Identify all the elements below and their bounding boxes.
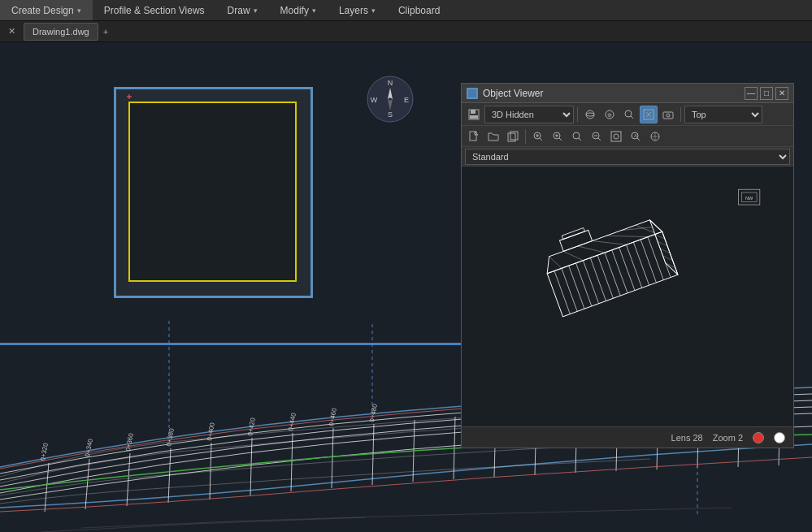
menu-bar: Create Design ▾ Profile & Section Views … bbox=[0, 0, 812, 21]
svg-rect-78 bbox=[471, 167, 784, 426]
tab-add-btn[interactable]: + bbox=[98, 25, 113, 38]
file-new-icon[interactable] bbox=[465, 128, 483, 145]
svg-point-46 bbox=[586, 113, 594, 116]
svg-point-45 bbox=[586, 110, 594, 119]
view-active-icon[interactable] bbox=[640, 106, 658, 123]
svg-rect-70 bbox=[611, 132, 621, 141]
svg-line-62 bbox=[559, 138, 562, 141]
view-pan-icon[interactable]: ⊕ bbox=[601, 106, 619, 123]
top-viewport[interactable]: N S W E [1] Top [3D Wireframe] bbox=[0, 42, 455, 343]
object-viewer-toolbar2: A bbox=[462, 126, 793, 147]
menu-draw[interactable]: Draw ▾ bbox=[216, 0, 269, 20]
tab-item[interactable]: Drawing1.dwg bbox=[24, 23, 98, 41]
svg-point-49 bbox=[625, 110, 632, 117]
zoom-window-icon[interactable] bbox=[529, 128, 547, 145]
object-viewer-title-left: Object Viewer bbox=[467, 88, 543, 99]
tab-bar: ✕ Drawing1.dwg + bbox=[0, 21, 812, 42]
svg-line-68 bbox=[598, 138, 601, 141]
menu-clipboard[interactable]: Clipboard bbox=[387, 0, 451, 20]
file-copy-icon[interactable] bbox=[504, 128, 522, 145]
save-icon-btn[interactable] bbox=[465, 106, 483, 123]
menu-layers-label: Layers bbox=[339, 5, 368, 16]
svg-rect-54 bbox=[470, 132, 476, 141]
menu-draw-arrow: ▾ bbox=[254, 6, 258, 15]
svg-point-65 bbox=[573, 132, 580, 139]
svg-point-53 bbox=[667, 114, 670, 117]
square-viewport bbox=[114, 87, 313, 298]
main-canvas: N S W E [1] Top [3D Wireframe] bbox=[0, 42, 812, 532]
svg-text:S: S bbox=[388, 110, 393, 119]
maximize-button[interactable]: □ bbox=[760, 87, 773, 100]
menu-modify-label: Modify bbox=[280, 5, 309, 16]
svg-rect-44 bbox=[470, 115, 478, 119]
separator-line bbox=[0, 343, 461, 345]
svg-text:W: W bbox=[371, 96, 378, 104]
inner-rect bbox=[128, 102, 297, 282]
svg-line-66 bbox=[579, 138, 581, 141]
object-viewer-win-controls: — □ ✕ bbox=[742, 87, 788, 100]
svg-text:A: A bbox=[634, 133, 637, 138]
zoom-extents-icon[interactable] bbox=[607, 128, 625, 145]
compass: N S W E bbox=[366, 75, 415, 123]
close-button[interactable]: ✕ bbox=[775, 87, 788, 100]
svg-rect-52 bbox=[663, 112, 673, 119]
svg-line-58 bbox=[540, 138, 542, 141]
toolbar1-separator1 bbox=[577, 107, 578, 122]
file-open-icon[interactable] bbox=[484, 128, 502, 145]
view-camera-icon[interactable] bbox=[659, 106, 677, 123]
toolbar2-separator1 bbox=[525, 129, 526, 144]
svg-text:⊕: ⊕ bbox=[607, 112, 612, 118]
color-white-circle[interactable] bbox=[774, 432, 785, 443]
object-viewer-icon bbox=[467, 88, 478, 99]
object-viewer-3d-view[interactable]: NW bbox=[462, 167, 793, 426]
menu-profile-section[interactable]: Profile & Section Views bbox=[93, 0, 216, 20]
zoom-out-icon[interactable] bbox=[588, 128, 606, 145]
menu-modify-arrow: ▾ bbox=[312, 6, 316, 15]
svg-rect-41 bbox=[468, 89, 476, 97]
view-orbit-icon[interactable] bbox=[581, 106, 599, 123]
tab-close-btn[interactable]: ✕ bbox=[3, 24, 20, 38]
zoom-label: Zoom 2 bbox=[713, 433, 743, 443]
object-viewer-toolbar1: 3D Hidden 2D Wireframe Conceptual Realis… bbox=[462, 103, 793, 126]
object-viewer-panel: Object Viewer — □ ✕ 3D Hidden 2D Wirefra… bbox=[461, 83, 794, 448]
zoom-realtime-icon[interactable] bbox=[568, 128, 586, 145]
object-viewer-bottom-bar: Lens 28 Zoom 2 bbox=[462, 426, 793, 448]
menu-draw-label: Draw bbox=[228, 5, 250, 16]
view-direction-dropdown[interactable]: Top Bottom Front Back Left Right SW Isom… bbox=[684, 106, 762, 123]
object-viewer-titlebar: Object Viewer — □ ✕ bbox=[462, 84, 793, 103]
zoom-center-icon[interactable] bbox=[646, 128, 664, 145]
lens-label: Lens 28 bbox=[671, 433, 703, 443]
named-views-row: Standard bbox=[462, 147, 793, 167]
toolbar1-separator2 bbox=[680, 107, 681, 122]
svg-text:N: N bbox=[388, 79, 393, 87]
svg-line-73 bbox=[637, 138, 640, 141]
menu-create-design-label: Create Design bbox=[11, 5, 74, 16]
zoom-all-icon[interactable]: A bbox=[627, 128, 645, 145]
named-views-dropdown[interactable]: Standard bbox=[465, 149, 790, 165]
color-red-circle[interactable] bbox=[753, 432, 764, 443]
minimize-button[interactable]: — bbox=[745, 87, 758, 100]
svg-point-71 bbox=[614, 134, 619, 139]
tab-item-label: Drawing1.dwg bbox=[33, 27, 89, 37]
svg-rect-43 bbox=[471, 110, 475, 114]
svg-line-50 bbox=[631, 116, 633, 119]
menu-profile-section-label: Profile & Section Views bbox=[104, 5, 205, 16]
menu-create-design-arrow: ▾ bbox=[77, 6, 81, 15]
menu-modify[interactable]: Modify ▾ bbox=[269, 0, 328, 20]
svg-text:NW: NW bbox=[745, 196, 753, 201]
view-zoom-icon[interactable] bbox=[620, 106, 638, 123]
menu-clipboard-label: Clipboard bbox=[398, 5, 440, 16]
object-viewer-title-text: Object Viewer bbox=[483, 88, 543, 99]
menu-layers[interactable]: Layers ▾ bbox=[328, 0, 387, 20]
zoom-in-icon[interactable] bbox=[549, 128, 567, 145]
visual-style-dropdown[interactable]: 3D Hidden 2D Wireframe Conceptual Realis… bbox=[484, 106, 574, 123]
menu-create-design[interactable]: Create Design ▾ bbox=[0, 0, 93, 20]
menu-layers-arrow: ▾ bbox=[371, 6, 376, 15]
svg-text:E: E bbox=[404, 96, 409, 104]
